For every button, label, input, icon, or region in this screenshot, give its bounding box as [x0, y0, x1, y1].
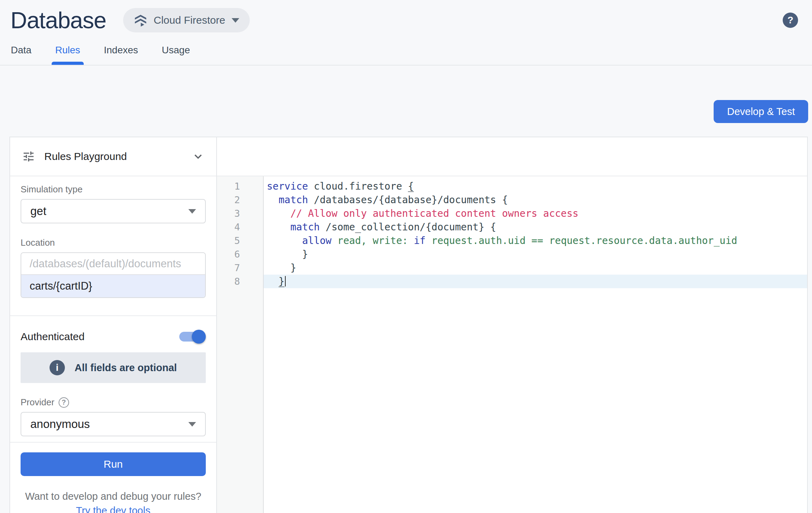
provider-label-row: Provider ? — [21, 397, 206, 408]
code-line[interactable]: allow read, write: if request.auth.uid =… — [264, 234, 807, 247]
rules-editor: 12345678 service cloud.firestore { match… — [217, 137, 807, 513]
help-button[interactable]: ? — [783, 13, 798, 28]
code-line[interactable]: } — [264, 275, 807, 288]
authenticated-label: Authenticated — [21, 331, 84, 343]
section-divider — [10, 315, 216, 316]
question-mark-icon: ? — [787, 15, 793, 26]
editor-toolbar — [217, 137, 807, 176]
simulation-type-label: Simulation type — [21, 184, 206, 195]
tab-usage[interactable]: Usage — [162, 42, 190, 65]
provider-select[interactable]: anonymous — [21, 412, 206, 436]
location-prefix: /databases/(default)/documents — [21, 253, 205, 275]
line-number: 4 — [217, 220, 240, 234]
code-token: } — [267, 248, 308, 260]
tune-icon — [22, 150, 35, 163]
code-token: /databases/{database}/documents { — [308, 194, 508, 206]
location-field: /databases/(default)/documents carts/{ca… — [21, 252, 206, 298]
code-token: } — [267, 262, 296, 274]
code-token: { — [408, 181, 414, 192]
code-token: request.auth.uid == request.resource.dat… — [426, 235, 737, 246]
code-token — [267, 276, 279, 287]
app-header: Database Cloud Firestore ? — [0, 0, 812, 35]
simulation-type-value: get — [30, 205, 188, 218]
authenticated-row: Authenticated — [21, 331, 206, 343]
code-line[interactable]: // Allow only authenticated content owne… — [264, 207, 807, 220]
provider-help-icon[interactable]: ? — [59, 397, 69, 408]
code-token: match — [290, 221, 319, 233]
code-line[interactable]: match /some_collection/{document} { — [264, 220, 807, 234]
info-banner: i All fields are optional — [21, 352, 206, 383]
develop-test-button[interactable]: Develop & Test — [714, 100, 808, 123]
line-number: 6 — [217, 247, 240, 261]
location-label: Location — [21, 237, 206, 248]
provider-value: anonymous — [30, 418, 188, 431]
tab-data[interactable]: Data — [11, 42, 31, 65]
chevron-down-icon — [232, 18, 239, 23]
code-token: allow — [302, 235, 331, 246]
tab-rules[interactable]: Rules — [55, 42, 80, 65]
code-line[interactable]: } — [264, 261, 807, 275]
line-number: 1 — [217, 179, 240, 193]
code-line[interactable]: } — [264, 247, 807, 261]
dropdown-arrow-icon — [188, 422, 196, 427]
panel-body: Simulation type get Location /databases/… — [10, 176, 216, 513]
code-token: if — [414, 235, 426, 246]
provider-label: Provider — [21, 397, 54, 408]
code-token: } — [279, 276, 285, 287]
panel-footer: Want to develop and debug your rules? Tr… — [21, 491, 206, 513]
line-number: 7 — [217, 261, 240, 275]
code-token — [267, 235, 302, 246]
code-editor[interactable]: 12345678 service cloud.firestore { match… — [217, 176, 807, 513]
code-token — [267, 194, 279, 206]
code-token: service — [267, 181, 308, 192]
code-line[interactable]: service cloud.firestore { — [264, 179, 807, 193]
tab-indexes[interactable]: Indexes — [104, 42, 138, 65]
database-type-chip[interactable]: Cloud Firestore — [123, 8, 250, 32]
chip-label: Cloud Firestore — [154, 14, 225, 26]
firestore-icon — [134, 13, 148, 27]
line-number: 8 — [217, 275, 240, 288]
line-number: 3 — [217, 207, 240, 220]
run-button[interactable]: Run — [21, 452, 206, 476]
dropdown-arrow-icon — [188, 209, 196, 214]
simulation-type-select[interactable]: get — [21, 199, 206, 223]
page-title: Database — [10, 7, 106, 33]
tab-bar: Data Rules Indexes Usage — [0, 35, 812, 66]
code-token: // Allow only authenticated content owne… — [267, 208, 578, 219]
text-cursor — [285, 276, 286, 286]
code-token — [267, 221, 290, 233]
code-content[interactable]: service cloud.firestore { match /databas… — [264, 179, 807, 513]
code-line[interactable]: match /databases/{database}/documents { — [264, 193, 807, 207]
line-number: 2 — [217, 193, 240, 207]
dev-tools-link[interactable]: Try the dev tools — [76, 505, 150, 513]
toggle-thumb — [192, 330, 206, 344]
code-token: cloud.firestore — [308, 181, 408, 192]
panel-title: Rules Playground — [44, 151, 127, 162]
chevron-down-icon — [192, 150, 204, 163]
rules-playground-header[interactable]: Rules Playground — [10, 137, 216, 176]
info-icon: i — [50, 360, 65, 375]
info-text: All fields are optional — [75, 362, 177, 374]
rules-card: Rules Playground Simulation type get Loc… — [9, 137, 808, 513]
code-token: /some_collection/{document} { — [320, 221, 496, 233]
rules-playground-panel: Rules Playground Simulation type get Loc… — [10, 137, 217, 513]
code-token: read, write: — [331, 235, 414, 246]
authenticated-toggle[interactable] — [179, 332, 204, 342]
section-divider — [10, 442, 216, 443]
dev-tools-question: Want to develop and debug your rules? — [21, 491, 206, 502]
line-number-gutter: 12345678 — [217, 176, 264, 513]
code-token: match — [279, 194, 308, 206]
line-number: 5 — [217, 234, 240, 247]
location-input[interactable]: carts/{cartID} — [21, 275, 205, 297]
